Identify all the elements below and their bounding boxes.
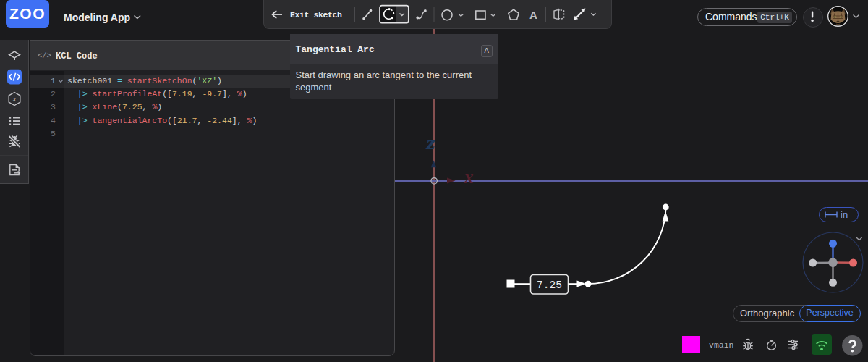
svg-text:x: x bbox=[464, 167, 474, 187]
svg-text:7.25: 7.25 bbox=[537, 279, 562, 291]
svg-text:z: z bbox=[425, 132, 435, 153]
svg-text:A: A bbox=[529, 9, 537, 21]
svg-text:Exit sketch: Exit sketch bbox=[290, 10, 342, 20]
svg-text:x: x bbox=[12, 94, 17, 103]
